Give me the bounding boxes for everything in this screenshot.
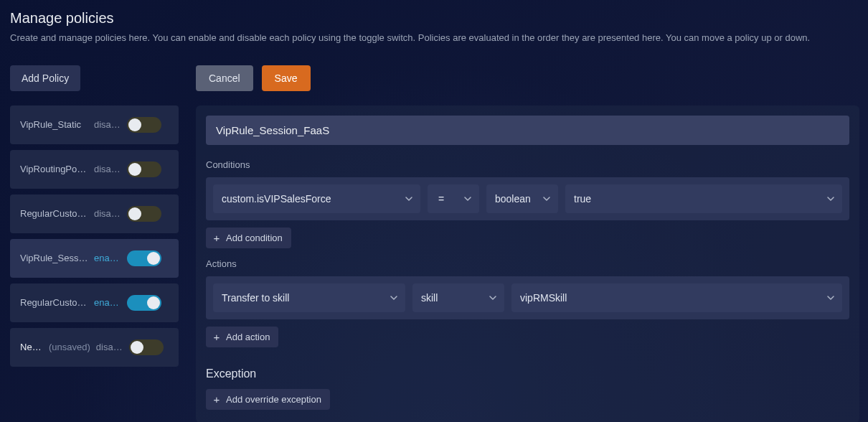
policy-item-status: disabled xyxy=(96,342,123,352)
condition-type-value: boolean xyxy=(495,193,531,205)
condition-operator-select[interactable]: = xyxy=(428,184,479,213)
toggle-knob xyxy=(147,296,160,309)
actions-section-label: Actions xyxy=(206,258,849,269)
policy-item-status: disabled xyxy=(94,119,121,130)
policy-list-item[interactable]: VipRule_Staticdisabled xyxy=(10,106,179,144)
chevron-down-icon xyxy=(390,294,398,302)
add-condition-label: Add condition xyxy=(226,233,283,243)
toggle-knob xyxy=(128,118,141,131)
toggle-knob xyxy=(147,252,160,265)
condition-type-select[interactable]: boolean xyxy=(486,184,558,213)
chevron-down-icon xyxy=(405,194,413,203)
policy-toggle[interactable] xyxy=(127,250,161,266)
page-title: Manage policies xyxy=(10,10,859,27)
add-exception-label: Add override exception xyxy=(226,394,321,405)
condition-row: custom.isVIPSalesForce = boolean true xyxy=(206,177,849,220)
policy-item-status: enabled xyxy=(94,253,121,263)
page-description: Create and manage policies here. You can… xyxy=(10,31,859,45)
editor-toolbar: Cancel Save xyxy=(196,65,859,91)
conditions-section-label: Conditions xyxy=(206,159,849,170)
policy-item-name: VipRoutingPolicy xyxy=(20,164,88,174)
exception-section-label: Exception xyxy=(206,367,849,380)
plus-icon xyxy=(212,332,222,342)
add-action-label: Add action xyxy=(226,332,270,342)
chevron-down-icon xyxy=(463,194,472,203)
action-target-type-value: skill xyxy=(421,292,438,304)
condition-attribute-value: custom.isVIPSalesForce xyxy=(222,193,331,205)
policy-item-status: enabled xyxy=(94,297,121,308)
policy-item-name: RegularCustomerRouting xyxy=(20,297,88,308)
policy-toggle[interactable] xyxy=(129,339,164,355)
condition-operator-value: = xyxy=(438,193,444,205)
policy-toggle[interactable] xyxy=(127,117,161,133)
add-policy-button[interactable]: Add Policy xyxy=(10,65,80,91)
action-target-value-text: vipRMSkill xyxy=(520,292,567,304)
policy-editor-panel: Conditions custom.isVIPSalesForce = bool… xyxy=(196,106,859,423)
policy-list: VipRule_StaticdisabledVipRoutingPolicydi… xyxy=(10,106,179,367)
policy-item-name: VipRule_Session_FaaS xyxy=(20,253,88,263)
condition-value-select[interactable]: true xyxy=(565,184,842,213)
toggle-knob xyxy=(128,207,141,220)
chevron-down-icon xyxy=(489,294,497,302)
toggle-knob xyxy=(128,163,141,176)
policy-list-item[interactable]: VipRule_Session_FaaSenabled xyxy=(10,239,179,278)
cancel-button[interactable]: Cancel xyxy=(196,65,253,91)
plus-icon xyxy=(212,394,222,404)
action-verb-select[interactable]: Transfer to skill xyxy=(213,283,405,312)
condition-value-text: true xyxy=(574,193,591,205)
chevron-down-icon xyxy=(826,294,835,302)
plus-icon xyxy=(212,233,222,243)
policy-item-status: disabled xyxy=(94,164,121,174)
add-action-button[interactable]: Add action xyxy=(206,327,278,347)
action-row: Transfer to skill skill vipRMSkill xyxy=(206,276,849,319)
condition-attribute-select[interactable]: custom.isVIPSalesForce xyxy=(213,184,420,213)
save-button[interactable]: Save xyxy=(262,65,311,91)
action-target-type-select[interactable]: skill xyxy=(412,283,504,312)
policy-item-name: New policy xyxy=(20,342,43,352)
add-condition-button[interactable]: Add condition xyxy=(206,228,291,248)
policy-name-input[interactable] xyxy=(206,116,849,145)
policy-sidebar: Add Policy VipRule_StaticdisabledVipRout… xyxy=(10,65,179,367)
add-exception-button[interactable]: Add override exception xyxy=(206,389,330,410)
policy-item-name: RegularCustomer xyxy=(20,208,88,219)
toggle-knob xyxy=(131,341,143,354)
chevron-down-icon xyxy=(826,194,835,203)
policy-list-item[interactable]: RegularCustomerRoutingenabled xyxy=(10,283,179,322)
policy-toggle[interactable] xyxy=(127,206,161,222)
chevron-down-icon xyxy=(542,194,551,203)
policy-item-name: VipRule_Static xyxy=(20,119,88,130)
action-verb-value: Transfer to skill xyxy=(222,292,289,304)
policy-item-status: disabled xyxy=(94,208,121,219)
policy-toggle[interactable] xyxy=(127,161,161,177)
unsaved-tag: (unsaved) xyxy=(49,342,90,352)
policy-list-item[interactable]: RegularCustomerdisabled xyxy=(10,194,179,233)
policy-list-item[interactable]: VipRoutingPolicydisabled xyxy=(10,150,179,189)
policy-list-item[interactable]: New policy(unsaved)disabled xyxy=(10,328,179,367)
policy-toggle[interactable] xyxy=(127,295,161,311)
action-target-value-select[interactable]: vipRMSkill xyxy=(511,283,842,312)
